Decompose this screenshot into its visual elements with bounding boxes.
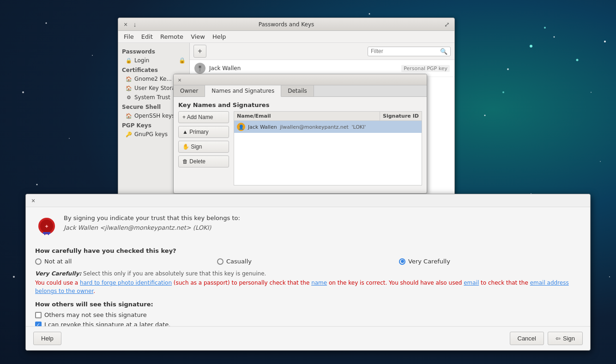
sign-dialog-titlebar: × xyxy=(26,194,590,207)
padlock-icon: 🔒 xyxy=(179,57,186,64)
sign-dialog-close-btn[interactable]: × xyxy=(30,197,37,204)
sign-btn[interactable]: ✋ Sign xyxy=(178,141,229,153)
seal-icon: ✦ xyxy=(35,215,58,240)
radio-very-carefully[interactable]: Very Carefully xyxy=(399,258,581,265)
check-section: How carefully have you checked this key?… xyxy=(35,247,581,265)
svg-point-0 xyxy=(46,23,47,24)
list-item-name: Jack Wallen xyxy=(209,65,401,72)
tab-names-signatures[interactable]: Names and Signatures xyxy=(205,85,281,97)
sidebar-section-passwords: Passwords xyxy=(118,47,189,56)
menu-edit[interactable]: Edit xyxy=(138,32,157,41)
sign-dialog: × ✦ By signing you indicate your trust t… xyxy=(25,194,591,351)
name-link: name xyxy=(311,280,327,286)
carefully-description: Very Carefully: Select this only if you … xyxy=(35,270,581,277)
carefully-note: You could use a hard to forge photo iden… xyxy=(35,279,581,295)
svg-point-2 xyxy=(22,91,24,93)
sign-key-identity: Jack Wallen <jlwallen@monkeypantz.net> (… xyxy=(64,224,240,231)
search-icon: 🔍 xyxy=(440,48,447,55)
radio-not-at-all[interactable]: Not at all xyxy=(35,258,217,265)
carefully-desc-text: Select this only if you are absolutely s… xyxy=(83,270,266,277)
key-avatar: 👤 xyxy=(237,123,245,131)
key-icon: 🔑 xyxy=(126,131,132,137)
main-window-title: Passwords and Keys xyxy=(259,21,314,28)
radio-label-very-carefully: Very Carefully xyxy=(408,258,450,265)
svg-point-6 xyxy=(13,276,15,278)
svg-point-24 xyxy=(544,27,546,29)
radio-casually[interactable]: Casually xyxy=(217,258,399,265)
personal-pgp-badge: Personal PGP key xyxy=(401,65,450,72)
sidebar-item-systemtrust-label: System Trust xyxy=(134,94,170,101)
main-window-expand-btn[interactable]: ⤢ xyxy=(443,21,451,28)
home-icon-1: 🏠 xyxy=(126,76,132,82)
menu-file[interactable]: File xyxy=(120,32,138,41)
svg-point-10 xyxy=(507,68,509,70)
svg-point-8 xyxy=(554,36,555,38)
svg-point-27 xyxy=(502,91,504,93)
main-window-titlebar: × ↓ Passwords and Keys ⤢ xyxy=(118,18,454,31)
key-dialog-titlebar: × xyxy=(174,74,427,85)
sign-btn-arrow-icon: ⇦ xyxy=(556,335,561,342)
table-row[interactable]: 👤 Jack Wallen jlwallen@monkeypantz.net '… xyxy=(234,121,422,133)
add-name-btn[interactable]: + Add Name xyxy=(178,111,229,123)
tab-details[interactable]: Details xyxy=(281,85,314,96)
menu-view[interactable]: View xyxy=(187,32,209,41)
tab-owner[interactable]: Owner xyxy=(174,85,205,96)
svg-point-11 xyxy=(600,161,601,162)
key-action-buttons: + Add Name ▲ Primary ✋ Sign 🗑 Delete xyxy=(178,111,229,185)
checkbox-others-not-see-label: Others may not see this signature xyxy=(44,311,147,318)
svg-point-9 xyxy=(591,92,592,93)
menu-help[interactable]: Help xyxy=(209,32,230,41)
primary-btn[interactable]: ▲ Primary xyxy=(178,126,229,138)
toolbar: + 🔍 xyxy=(190,43,454,60)
key-alias: 'LOKI' xyxy=(351,124,366,130)
sidebar-item-login-label: Login xyxy=(134,57,149,64)
sign-intro-area: By signing you indicate your trust that … xyxy=(64,215,240,231)
key-names-title: Key Names and Signatures xyxy=(178,101,422,108)
gear-icon: ⚙ xyxy=(126,94,132,101)
col-sig-id: Signature ID xyxy=(380,112,422,120)
radio-circle-not-at-all xyxy=(35,258,42,265)
col-name-email: Name/Email xyxy=(234,112,380,120)
svg-point-26 xyxy=(604,41,606,42)
help-button[interactable]: Help xyxy=(33,332,61,345)
tabs-bar: Owner Names and Signatures Details xyxy=(174,85,427,97)
key-display-name: Jack Wallen xyxy=(248,124,277,130)
carefully-note-text: You could use a hard to forge photo iden… xyxy=(35,280,569,294)
key-names-inner: + Add Name ▲ Primary ✋ Sign 🗑 Delete Nam… xyxy=(178,111,422,185)
key-names-dialog: × Owner Names and Signatures Details Key… xyxy=(173,74,427,194)
radio-label-casually: Casually xyxy=(226,258,252,265)
table-header: Name/Email Signature ID xyxy=(234,112,422,121)
signature-section: How others will see this signature: Othe… xyxy=(35,301,581,328)
svg-point-15 xyxy=(609,276,610,277)
sign-button[interactable]: ⇦ Sign xyxy=(548,332,583,345)
main-window-close-btn[interactable]: × xyxy=(122,21,129,28)
cancel-button[interactable]: Cancel xyxy=(510,332,544,345)
check-question: How carefully have you checked this key? xyxy=(35,247,581,254)
svg-point-4 xyxy=(36,184,38,185)
svg-point-23 xyxy=(530,45,532,48)
svg-point-12 xyxy=(484,115,486,116)
filter-input[interactable] xyxy=(371,48,440,54)
main-window-minimize-btn[interactable]: ↓ xyxy=(131,21,139,28)
key-dialog-main: Key Names and Signatures + Add Name ▲ Pr… xyxy=(178,101,422,185)
radio-label-not-at-all: Not at all xyxy=(44,258,72,265)
checkbox-others-not-see: Others may not see this signature xyxy=(35,311,581,318)
checkbox-others-not-see-box[interactable] xyxy=(35,312,42,318)
key-dialog-body: Key Names and Signatures + Add Name ▲ Pr… xyxy=(174,97,427,190)
filter-box: 🔍 xyxy=(368,47,451,56)
menu-remote[interactable]: Remote xyxy=(157,32,187,41)
key-dialog-close-btn[interactable]: × xyxy=(176,77,183,83)
delete-btn[interactable]: 🗑 Delete xyxy=(178,155,229,167)
sign-header-row: ✦ By signing you indicate your trust tha… xyxy=(35,215,581,240)
sign-intro-text: By signing you indicate your trust that … xyxy=(64,215,240,221)
main-window-menubar: File Edit Remote View Help xyxy=(118,31,454,43)
svg-point-17 xyxy=(369,13,370,15)
sig-section-title: How others will see this signature: xyxy=(35,301,581,308)
svg-point-25 xyxy=(576,59,579,61)
svg-text:✦: ✦ xyxy=(44,223,48,230)
add-button[interactable]: + xyxy=(193,45,206,58)
sign-btn-label: Sign xyxy=(563,335,575,342)
key-email: jlwallen@monkeypantz.net xyxy=(280,124,349,130)
lock-icon: 🔒 xyxy=(126,57,132,64)
sidebar-item-login[interactable]: 🔒 Login 🔒 xyxy=(118,56,189,65)
